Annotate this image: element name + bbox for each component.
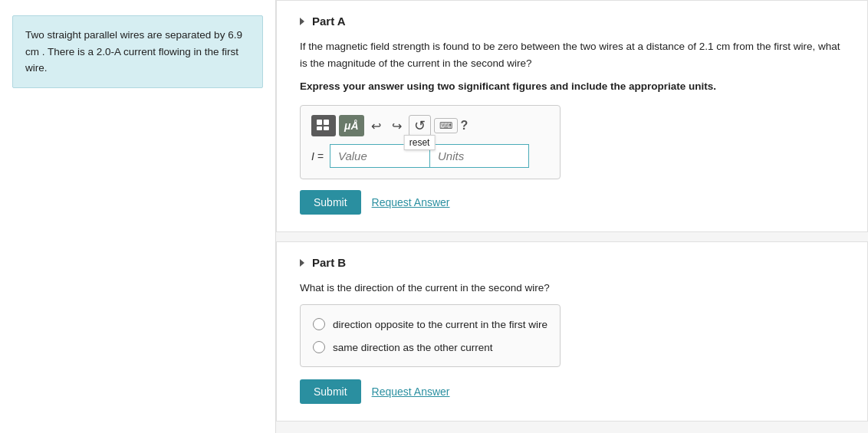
part-a-request-answer-button[interactable]: Request Answer bbox=[372, 196, 450, 208]
radio-label-1: direction opposite to the current in the… bbox=[333, 319, 547, 330]
svg-rect-1 bbox=[324, 120, 329, 125]
part-b-question: What is the direction of the current in … bbox=[300, 280, 844, 297]
problem-statement: Two straight parallel wires are separate… bbox=[12, 15, 263, 88]
part-b-section: Part B What is the direction of the curr… bbox=[276, 241, 868, 422]
part-b-request-answer-button[interactable]: Request Answer bbox=[372, 385, 450, 398]
redo-button[interactable]: ↪ bbox=[388, 117, 406, 135]
svg-rect-0 bbox=[317, 120, 322, 125]
radio-option-1[interactable]: direction opposite to the current in the… bbox=[313, 313, 547, 336]
part-a-answer-box: μÅ ↩ ↪ ↺ reset ⌨ ? bbox=[300, 105, 561, 179]
svg-rect-3 bbox=[324, 126, 329, 130]
part-a-actions: Submit Request Answer bbox=[300, 190, 844, 215]
part-b-title: Part B bbox=[312, 256, 346, 269]
part-a-header: Part A bbox=[300, 15, 844, 28]
main-content: Part A If the magnetic field strength is… bbox=[276, 0, 868, 433]
left-panel: Two straight parallel wires are separate… bbox=[0, 0, 276, 433]
help-button[interactable]: ? bbox=[461, 119, 469, 133]
radio-circle-1 bbox=[313, 318, 325, 330]
radio-group: direction opposite to the current in the… bbox=[300, 304, 561, 367]
reset-tooltip: reset bbox=[404, 135, 436, 150]
part-b-submit-button[interactable]: Submit bbox=[300, 379, 361, 404]
part-a-section: Part A If the magnetic field strength is… bbox=[276, 0, 868, 232]
units-input[interactable] bbox=[429, 144, 529, 168]
keyboard-button[interactable]: ⌨ bbox=[434, 118, 458, 133]
part-b-collapse-icon[interactable] bbox=[300, 259, 304, 267]
symbol-button[interactable]: μÅ bbox=[339, 115, 364, 136]
radio-label-2: same direction as the other current bbox=[333, 342, 493, 353]
reset-button[interactable]: ↺ bbox=[409, 115, 431, 136]
radio-option-2[interactable]: same direction as the other current bbox=[313, 336, 547, 359]
part-b-actions: Submit Request Answer bbox=[300, 379, 844, 404]
part-a-question: If the magnetic field strength is found … bbox=[300, 38, 844, 71]
grid-button[interactable] bbox=[311, 115, 336, 136]
part-a-title: Part A bbox=[312, 15, 346, 28]
radio-circle-2 bbox=[313, 341, 325, 353]
part-a-submit-button[interactable]: Submit bbox=[300, 190, 361, 215]
part-a-instruction: Express your answer using two significan… bbox=[300, 79, 844, 94]
toolbar: μÅ ↩ ↪ ↺ reset ⌨ ? bbox=[311, 115, 549, 136]
problem-text: Two straight parallel wires are separate… bbox=[25, 29, 242, 74]
undo-button[interactable]: ↩ bbox=[367, 117, 385, 135]
reset-container: ↺ reset bbox=[409, 115, 431, 136]
part-b-header: Part B bbox=[300, 256, 844, 269]
input-label: I = bbox=[311, 150, 324, 162]
part-a-collapse-icon[interactable] bbox=[300, 18, 304, 25]
svg-rect-2 bbox=[317, 126, 322, 130]
